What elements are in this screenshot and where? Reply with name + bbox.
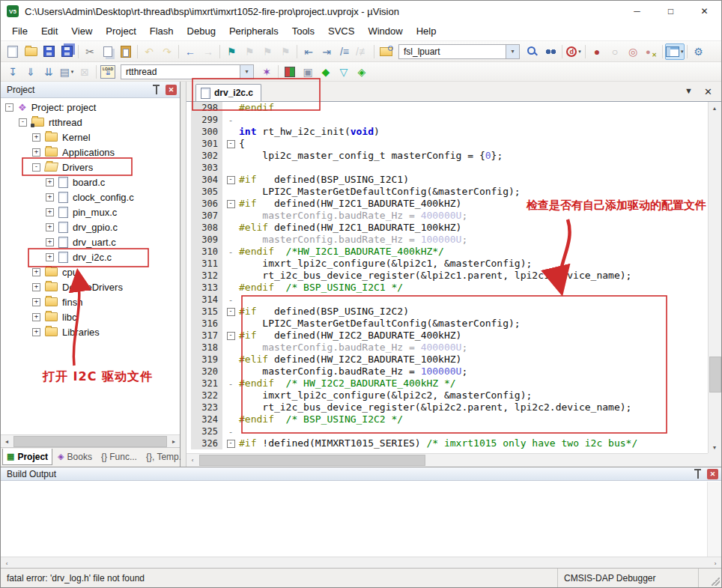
workspace-tab-books[interactable]: ◈Books <box>54 449 96 464</box>
menu-view[interactable]: View <box>64 22 99 40</box>
editor-vscrollbar[interactable]: ▴ ▾ <box>708 102 721 453</box>
fold-toggle-icon[interactable]: - <box>227 176 235 184</box>
editor-hscrollbar[interactable]: ‹ <box>186 453 708 467</box>
code-text[interactable]: rt_i2c_bus_device_register(&lpi2c2.paren… <box>239 401 631 413</box>
target-combo-dropdown-icon[interactable]: ▾ <box>240 65 253 79</box>
code-text[interactable]: #if defined(BSP_USING_I2C2) <box>239 306 409 318</box>
expand-toggle[interactable]: - <box>32 163 40 172</box>
code-text[interactable]: #endif /* BSP_USING_I2C1 */ <box>239 282 403 294</box>
code-text[interactable]: masterConfig.baudRate_Hz = 100000U; <box>239 234 467 246</box>
menu-tools[interactable]: Tools <box>285 22 321 40</box>
comment-selection-button[interactable]: /≡ <box>336 43 354 60</box>
expand-toggle[interactable]: + <box>46 178 54 187</box>
tree-item-rtthread[interactable]: -rtthread <box>1 115 180 130</box>
new-file-button[interactable] <box>4 43 22 60</box>
code-text[interactable]: #if defined(BSP_USING_I2C1) <box>239 174 409 186</box>
code-text[interactable]: #if defined(HW_I2C1_BADURATE_400kHZ) <box>239 198 461 210</box>
tree-item-project-project[interactable]: -❖Project: project <box>1 100 180 115</box>
code-text[interactable]: #if defined(HW_I2C2_BADURATE_400kHZ) <box>239 330 461 342</box>
bookmark-previous-button[interactable]: ⚑ <box>240 43 258 60</box>
expand-toggle[interactable]: - <box>5 103 13 112</box>
menu-svcs[interactable]: SVCS <box>321 22 361 40</box>
build-output-vscrollbar[interactable] <box>708 482 721 557</box>
fold-toggle-icon[interactable]: - <box>227 332 235 340</box>
close-button[interactable]: ✕ <box>688 1 721 22</box>
panel-splitter[interactable] <box>180 82 186 467</box>
expand-toggle[interactable]: + <box>32 328 40 336</box>
expand-toggle[interactable]: + <box>32 133 40 142</box>
maximize-button[interactable]: □ <box>654 1 688 22</box>
menu-edit[interactable]: Edit <box>34 22 64 40</box>
menu-debug[interactable]: Debug <box>180 22 222 40</box>
scroll-down-icon[interactable]: ▾ <box>709 441 721 453</box>
tree-item-pin-mux-c[interactable]: +pin_mux.c <box>1 204 180 219</box>
code-text[interactable]: LPI2C_MasterGetDefaultConfig(&masterConf… <box>239 186 521 198</box>
workspace-tab-func[interactable]: {} Func... <box>97 449 141 464</box>
code-text[interactable]: int rt_hw_i2c_init(void) <box>239 126 380 138</box>
code-text[interactable]: { <box>239 138 245 150</box>
editor-close-icon[interactable]: ✕ <box>704 86 712 97</box>
tree-item-libraries[interactable]: +Libraries <box>1 324 180 339</box>
project-panel-hscrollbar[interactable]: ◂ ▸ <box>1 434 180 447</box>
build-output-content[interactable] <box>1 482 708 557</box>
save-all-button[interactable] <box>58 43 76 60</box>
redo-button[interactable]: ↷ <box>158 43 176 60</box>
fold-toggle-icon[interactable]: - <box>227 140 235 148</box>
tree-item-drv-i2c-c[interactable]: +drv_i2c.c <box>1 249 180 264</box>
code-text[interactable]: imxrt_lpi2c_configure(&lpi2c1, &masterCo… <box>239 258 532 270</box>
tree-item-cpu[interactable]: +cpu <box>1 264 180 279</box>
translate-file-button[interactable]: ↧ <box>4 64 22 80</box>
tree-item-finsh[interactable]: +finsh <box>1 294 180 309</box>
bookmark-next-button[interactable]: ⚑ <box>258 43 276 60</box>
tree-item-drv-uart-c[interactable]: +drv_uart.c <box>1 234 180 249</box>
pack-installer-button[interactable]: ◈ <box>353 64 371 80</box>
books-windows-button[interactable]: ▣ <box>299 64 317 80</box>
unindent-button[interactable]: ⇤ <box>300 43 318 60</box>
resize-grip[interactable] <box>711 577 720 586</box>
uncomment-selection-button[interactable]: /≢ <box>354 43 371 60</box>
save-button[interactable] <box>40 43 58 60</box>
project-panel-close-icon[interactable]: ✕ <box>166 85 177 95</box>
code-text[interactable]: #if !defined(MIMXRT1015_SERIES) /* imxrt… <box>239 437 637 449</box>
scrollbar-thumb[interactable] <box>199 455 425 466</box>
menu-help[interactable]: Help <box>410 22 443 40</box>
kill-all-breakpoints-button[interactable] <box>642 43 660 60</box>
search-combo[interactable]: fsl_lpuart▾ <box>398 44 520 59</box>
code-text[interactable]: #elif defined(HW_I2C2_BADURATE_100kHZ) <box>239 354 461 366</box>
code-text[interactable]: masterConfig.baudRate_Hz = 400000U; <box>239 342 467 354</box>
scrollbar-thumb[interactable] <box>709 357 721 392</box>
menu-flash[interactable]: Flash <box>143 22 180 40</box>
fold-toggle-icon[interactable]: - <box>227 440 235 448</box>
code-text[interactable]: masterConfig.baudRate_Hz = 100000U; <box>239 366 467 378</box>
expand-toggle[interactable]: + <box>32 148 40 157</box>
code-text[interactable]: masterConfig.baudRate_Hz = 400000U; <box>239 210 467 222</box>
code-text[interactable]: rt_i2c_bus_device_register(&lpi2c1.paren… <box>239 270 631 282</box>
menu-file[interactable]: File <box>5 22 34 40</box>
expand-toggle[interactable]: + <box>46 238 54 246</box>
batch-build-dropdown-icon[interactable]: ▾ <box>71 69 74 75</box>
menu-peripherals[interactable]: Peripherals <box>222 22 285 40</box>
stop-build-button[interactable]: ⊠ <box>76 64 94 80</box>
indent-button[interactable]: ⇥ <box>318 43 336 60</box>
batch-build-button[interactable]: ▤▾ <box>58 64 76 80</box>
expand-toggle[interactable]: + <box>46 193 54 201</box>
disable-all-breakpoints-button[interactable]: ◎ <box>624 43 642 60</box>
download-button[interactable]: LOAD⇊ <box>99 64 117 80</box>
target-combo[interactable]: rtthread▾ <box>121 64 254 79</box>
expand-toggle[interactable]: + <box>46 223 54 231</box>
code-text[interactable]: #endif <box>239 102 274 114</box>
expand-toggle[interactable]: + <box>32 268 40 276</box>
insert-remove-breakpoint-button[interactable]: ● <box>588 43 606 60</box>
code-text[interactable]: LPI2C_MasterGetDefaultConfig(&masterConf… <box>239 318 521 330</box>
expand-toggle[interactable]: + <box>32 283 40 291</box>
expand-toggle[interactable]: - <box>19 118 27 127</box>
cut-button[interactable]: ✂ <box>81 43 99 60</box>
rebuild-all-button[interactable]: ⇊ <box>40 64 58 80</box>
incremental-find-button[interactable] <box>542 43 559 60</box>
copy-button[interactable] <box>99 43 117 60</box>
scroll-up-icon[interactable]: ▴ <box>709 102 721 114</box>
open-file-button[interactable] <box>22 43 40 60</box>
bookmark-clear-all-button[interactable]: ⚑ <box>276 43 294 60</box>
expand-toggle[interactable]: + <box>32 298 40 306</box>
options-for-target-button[interactable]: ✶ <box>258 64 276 80</box>
